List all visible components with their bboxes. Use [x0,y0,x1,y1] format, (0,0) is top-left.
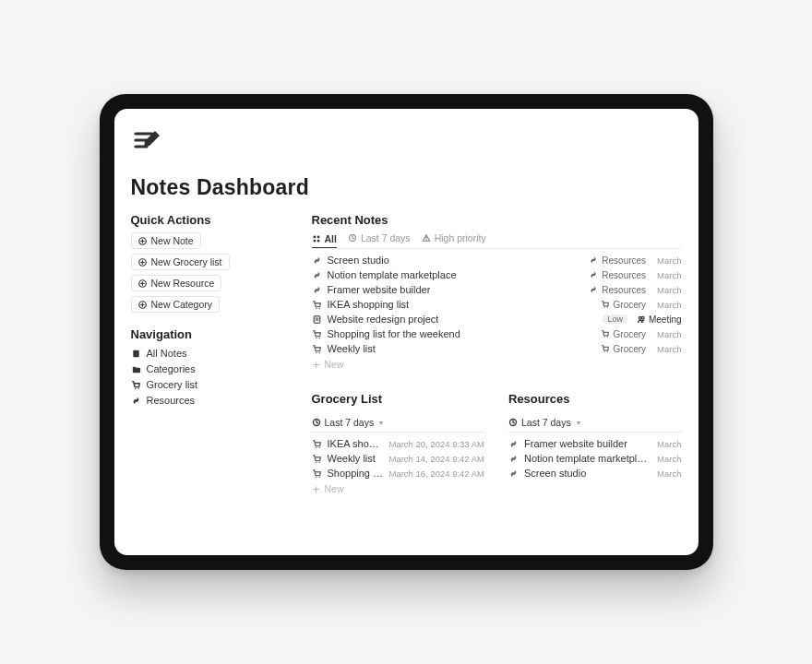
cart-icon [312,454,322,464]
screen: Notes Dashboard Quick Actions New Note [114,109,699,555]
note-title: Shopping list for the weekend [328,328,460,339]
note-category: Grocery [601,344,647,354]
note-category: Resources [589,255,646,266]
link-icon [312,255,322,266]
new-category-button[interactable]: New Category [131,296,221,313]
new-label: New [325,483,344,494]
plus-circle-icon [138,237,147,245]
people-icon [637,314,646,324]
cart-icon [312,344,322,354]
new-grocery-list-button[interactable]: New Grocery list [131,254,230,270]
new-note-row[interactable]: New [312,356,682,370]
pill-label: New Grocery list [151,256,222,267]
resources-view-selector[interactable]: Last 7 days ▾ [508,415,682,433]
clock-icon [508,418,518,427]
note-title: Screen studio [328,255,389,266]
list-item[interactable]: IKEA shopping list March 20, 2024 9:33 A… [312,436,485,451]
note-icon [312,314,322,325]
nav-grocery-list[interactable]: Grocery list [131,378,288,391]
clock-icon [348,233,357,243]
note-category: Resources [589,270,646,280]
nav-all-notes[interactable]: All Notes [131,347,288,360]
link-icon [312,285,322,295]
tab-high-priority[interactable]: High priority [422,232,486,245]
note-category: Grocery [601,300,647,310]
nav-categories[interactable]: Categories [131,362,288,375]
new-label: New [325,359,344,370]
list-item[interactable]: Framer website builder Resources March [312,282,682,297]
list-item[interactable]: Notion template marketplace Resources Ma… [312,267,682,282]
list-item[interactable]: Weekly list Grocery March [312,341,682,356]
note-category: Grocery [601,329,647,339]
tab-all[interactable]: All [312,233,337,248]
link-icon [589,270,598,279]
note-date: March [657,329,681,339]
list-item[interactable]: Screen studio March [508,466,682,480]
resources-heading: Resources [508,392,682,406]
page-title: Notes Dashboard [131,175,682,200]
item-date: March [657,439,681,449]
folder-icon [131,364,141,374]
nav-label: All Notes [147,348,187,359]
nav-label: Grocery list [147,379,198,390]
note-date: March [657,300,681,310]
link-icon [508,468,519,479]
grid-icon [312,234,321,243]
navigation: All Notes Categories Grocery list [131,347,288,407]
pill-label: New Resource [151,278,215,289]
item-date: March 16, 2024 9:42 AM [388,468,484,479]
navigation-heading: Navigation [131,327,288,341]
new-note-button[interactable]: New Note [131,232,201,249]
list-item[interactable]: Shopping list for the weekend March 16, … [312,466,485,480]
link-icon [508,439,519,449]
nav-label: Categories [147,363,196,374]
nav-resources[interactable]: Resources [131,394,288,407]
cart-icon [312,300,322,310]
pill-label: New Category [151,299,213,310]
plus-icon [312,361,320,369]
link-icon [589,285,598,294]
cart-icon [601,300,610,309]
item-date: March [657,454,681,464]
new-resource-button[interactable]: New Resource [131,275,222,291]
quick-actions-heading: Quick Actions [131,213,288,227]
list-item[interactable]: Website redesign project Low Meeting [312,312,682,326]
tablet-frame: Notes Dashboard Quick Actions New Note [100,94,713,570]
tab-last-7-days[interactable]: Last 7 days [348,232,411,245]
tab-label: Last 7 days [361,232,411,243]
list-item[interactable]: IKEA shopping list Grocery March [312,297,682,312]
plus-circle-icon [138,301,147,309]
item-date: March [657,468,681,479]
view-label: Last 7 days [521,417,571,428]
cart-icon [131,380,141,390]
cart-icon [601,329,610,338]
grocery-view-selector[interactable]: Last 7 days ▾ [312,415,485,433]
list-item[interactable]: Screen studio Resources March [312,253,682,267]
resources-panel: Resources Last 7 days ▾ Framer web [508,392,682,494]
plus-circle-icon [138,258,147,267]
list-item[interactable]: Weekly list March 14, 2024 9:42 AM [312,451,485,466]
item-title: IKEA shopping list [328,438,384,449]
note-date: March [657,344,681,354]
list-item[interactable]: Shopping list for the weekend Grocery Ma… [312,326,682,341]
link-icon [589,255,598,265]
note-title: Notion template marketplace [328,269,457,280]
item-date: March 20, 2024 9:33 AM [388,439,484,449]
new-grocery-row[interactable]: New [312,480,485,494]
clock-icon [312,418,321,427]
note-title: IKEA shopping list [328,299,410,310]
tab-label: All [325,233,337,244]
note-title: Website redesign project [328,314,439,325]
item-title: Framer website builder [524,438,627,449]
item-title: Shopping list for the weekend [328,468,384,479]
recent-notes-tabs: All Last 7 days High priority [312,232,682,249]
notes-icon [131,349,141,359]
list-item[interactable]: Notion template marketplace March [508,451,682,466]
item-date: March 14, 2024 9:42 AM [388,454,484,464]
list-item[interactable]: Framer website builder March [508,436,682,451]
priority-badge: Low [603,314,627,324]
recent-notes-list: Screen studio Resources March Notion tem… [312,253,682,370]
grocery-heading: Grocery List [312,392,485,406]
nav-label: Resources [147,395,196,406]
plus-icon [312,485,320,493]
